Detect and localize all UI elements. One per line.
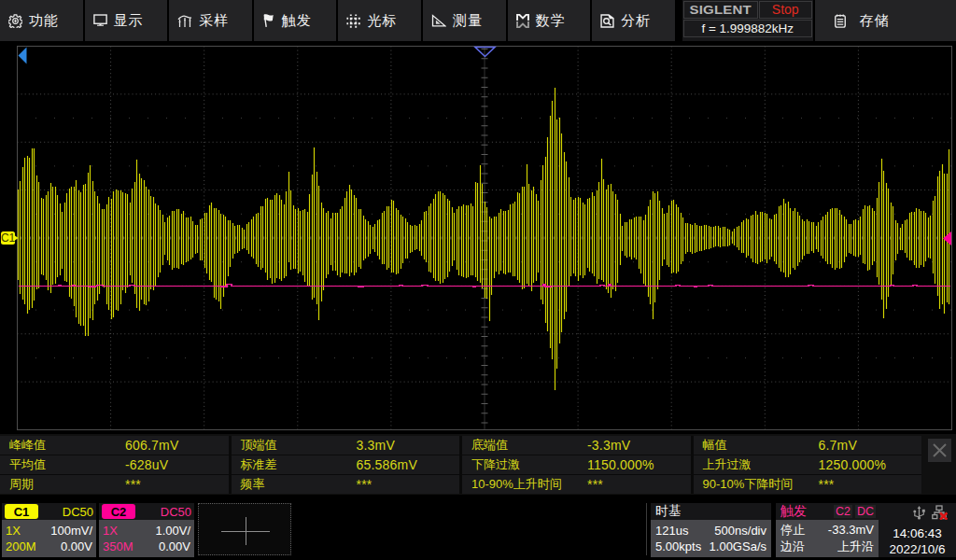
menu-item-measure[interactable]: 测量: [423, 0, 506, 41]
timebase-scale: 500ns/div: [714, 524, 766, 538]
display-icon: [93, 14, 107, 27]
c1-trace: [19, 88, 949, 390]
measurement-value: ***: [587, 477, 603, 492]
timebase-title: 时基: [655, 503, 682, 520]
run-state-button[interactable]: Stop: [759, 1, 812, 19]
measurement-label: 底端值: [462, 437, 587, 454]
channel1-scale: 100mV/: [50, 524, 92, 538]
clock-date: 2022/10/6: [879, 542, 956, 556]
timebase-points: 5.00kpts: [655, 539, 701, 553]
trigger-frequency-readout: f = 1.999882kHz: [683, 20, 812, 37]
measurement-cell: 底端值 -3.3mV: [462, 436, 691, 455]
channel2-badge: C2: [102, 504, 135, 519]
measurement-label: 幅值: [694, 437, 819, 454]
status-bar: C1 DC50 1X100mV/ 200M0.00V C2 DC50 1X1.0…: [0, 501, 956, 560]
menu-item-label: 光标: [367, 12, 397, 30]
measurement-value: 1250.000%: [819, 457, 887, 472]
measurement-value: 6.7mV: [819, 438, 857, 453]
measurement-cell: 平均值 -628uV: [0, 455, 229, 474]
channel2-offset: 0.00V: [159, 539, 190, 553]
measurement-table: 峰峰值 606.7mV 顶端值 3.3mV 底端值 -3.3mV 幅值 6.7m…: [0, 436, 921, 494]
trigger-source-badge: C2: [834, 505, 852, 518]
lan-disconnected-icon: [932, 505, 948, 520]
menu-item-display[interactable]: 显示: [85, 0, 168, 41]
channel1-zero-label: C1: [1, 231, 16, 245]
measurement-value: 1150.000%: [587, 457, 654, 472]
measurement-label: 90-10%下降时间: [694, 476, 819, 493]
trigger-type: 边沿: [780, 539, 805, 555]
measurement-cell: 幅值 6.7mV: [694, 436, 922, 455]
measurement-panel: 峰峰值 606.7mV 顶端值 3.3mV 底端值 -3.3mV 幅值 6.7m…: [0, 434, 956, 495]
menu-item-label: 数学: [536, 12, 566, 30]
measurement-cell: 标准差 65.586mV: [232, 455, 460, 474]
measurement-cell: 周期 ***: [0, 475, 229, 494]
menu-item-cursors[interactable]: 光标: [338, 0, 421, 41]
acquire-icon: [177, 14, 192, 28]
measurement-label: 顶端值: [232, 437, 357, 454]
measure-icon: [431, 14, 446, 27]
menu-item-label: 显示: [114, 12, 144, 30]
measurement-value: ***: [819, 477, 835, 492]
close-measurements-button[interactable]: [928, 439, 951, 462]
trigger-title: 触发: [780, 503, 807, 520]
menu-item-math[interactable]: 数学: [508, 0, 591, 41]
channel2-box[interactable]: C2 DC50 1X1.00V/ 350M0.00V: [99, 503, 194, 557]
gear-icon: [8, 14, 22, 28]
timebase-rate: 1.00GSa/s: [710, 539, 766, 553]
channel2-probe: 1X: [103, 524, 118, 538]
waveform-display[interactable]: C1: [0, 41, 956, 434]
menu-item-utility[interactable]: 功能: [0, 0, 83, 41]
trigger-delay-marker[interactable]: [19, 48, 27, 64]
channel2-bandwidth: 350M: [103, 539, 134, 553]
channel1-probe: 1X: [6, 524, 21, 538]
measurement-cell: 峰峰值 606.7mV: [0, 436, 229, 455]
menu-item-storage[interactable]: 存储: [815, 0, 956, 41]
run-state-label: Stop: [772, 2, 799, 17]
measurement-label: 上升过激: [694, 456, 819, 473]
measurement-value: -628uV: [125, 457, 168, 472]
menu-item-label: 存储: [860, 12, 890, 30]
logo-cluster: SIGLENT Stop f = 1.999882kHz: [682, 0, 813, 41]
channel1-box[interactable]: C1 DC50 1X100mV/ 200M0.00V: [2, 503, 96, 557]
horizontal-position-box[interactable]: [198, 503, 291, 555]
measurement-cell: 顶端值 3.3mV: [232, 436, 460, 455]
menu-item-label: 测量: [453, 12, 483, 30]
measurement-label: 峰峰值: [0, 437, 125, 454]
measurement-cell: 90-10%下降时间 ***: [694, 475, 922, 494]
measurement-label: 平均值: [0, 456, 125, 473]
cursors-icon: [346, 14, 360, 28]
footer-divider: [646, 503, 647, 555]
menu-item-acquire[interactable]: 采样: [169, 0, 252, 41]
trigger-level: -33.3mV: [828, 523, 874, 537]
menu-item-label: 功能: [29, 12, 59, 30]
clock-box: 14:06:43 2022/10/6: [879, 503, 956, 557]
brand-logo: SIGLENT: [683, 1, 758, 19]
measurement-cell: 上升过激 1250.000%: [694, 455, 922, 474]
usb-icon: [913, 505, 925, 520]
clock-time: 14:06:43: [879, 526, 956, 540]
trigger-flag-icon: [262, 13, 275, 28]
measurement-cell: 频率 ***: [232, 475, 460, 494]
menu-bar: 功能 显示 采样 触发 光标 测量 数学 分析: [0, 0, 956, 41]
timebase-box[interactable]: 时基 121us500ns/div 5.00kpts1.00GSa/s: [651, 503, 771, 557]
trigger-box[interactable]: 触发 C2 DC 停止-33.3mV 边沿上升沿: [776, 503, 879, 557]
channel1-badge: C1: [5, 504, 38, 519]
channel1-bandwidth: 200M: [6, 539, 36, 553]
brand-text: SIGLENT: [690, 3, 752, 16]
channel1-zero-marker[interactable]: C1: [1, 231, 19, 245]
menu-item-trigger[interactable]: 触发: [254, 0, 337, 41]
frequency-readout-text: f = 1.999882kHz: [701, 21, 794, 35]
measurement-value: 3.3mV: [357, 438, 395, 453]
measurement-cell: 10-90%上升时间 ***: [462, 475, 691, 494]
trigger-status: 停止: [780, 522, 805, 539]
menu-item-analysis[interactable]: 分析: [592, 0, 675, 41]
menu-item-label: 采样: [199, 12, 229, 30]
menu-item-label: 分析: [621, 12, 651, 30]
timebase-delay: 121us: [655, 524, 688, 538]
measurement-label: 频率: [232, 476, 357, 493]
measurement-label: 标准差: [232, 456, 357, 473]
measurement-value: ***: [125, 477, 141, 492]
trigger-coupling-badge: DC: [855, 505, 876, 518]
measurement-value: -3.3mV: [587, 438, 630, 453]
menu-item-label: 触发: [282, 12, 312, 30]
